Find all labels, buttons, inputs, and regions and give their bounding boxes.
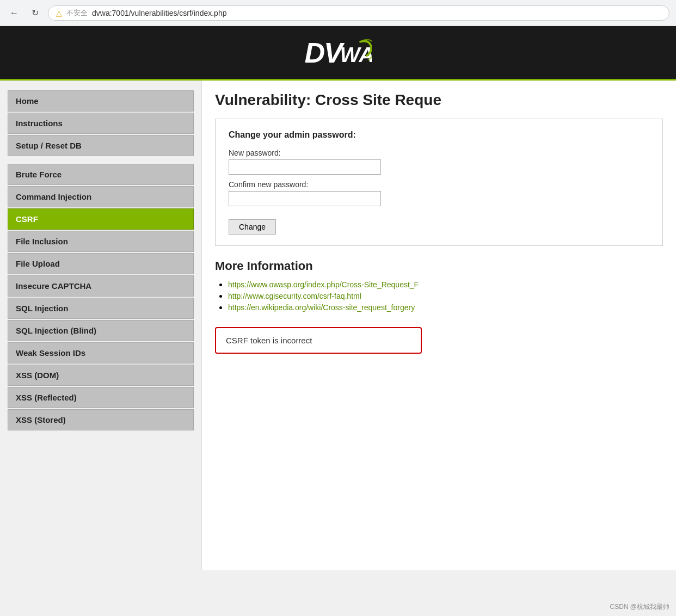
sidebar-item-file-upload[interactable]: File Upload (8, 253, 194, 274)
more-info-heading: More Information (215, 259, 663, 273)
url-text: dvwa:7001/vulnerabilities/csrf/index.php (92, 9, 226, 17)
confirm-password-input[interactable] (229, 191, 381, 206)
owasp-link[interactable]: https://www.owasp.org/index.php/Cross-Si… (228, 280, 419, 289)
back-button[interactable]: ← (7, 5, 22, 21)
form-heading: Change your admin password: (229, 130, 649, 140)
sidebar-item-sql-injection[interactable]: SQL Injection (8, 298, 194, 319)
dvwa-logo: DV WA (304, 36, 371, 69)
list-item: https://en.wikipedia.org/wiki/Cross-site… (228, 303, 663, 312)
site-header: DV WA (0, 26, 676, 81)
wikipedia-link[interactable]: https://en.wikipedia.org/wiki/Cross-site… (228, 303, 415, 312)
warning-icon: △ (56, 9, 62, 17)
confirm-password-label: Confirm new password: (229, 180, 649, 189)
address-bar[interactable]: △ 不安全 dvwa:7001/vulnerabilities/csrf/ind… (48, 5, 669, 21)
more-info-section: More Information https://www.owasp.org/i… (215, 259, 663, 312)
new-password-input[interactable] (229, 159, 381, 175)
list-item: https://www.owasp.org/index.php/Cross-Si… (228, 280, 663, 289)
more-info-links: https://www.owasp.org/index.php/Cross-Si… (215, 280, 663, 312)
change-password-form: Change your admin password: New password… (215, 119, 663, 246)
browser-chrome: ← ↻ △ 不安全 dvwa:7001/vulnerabilities/csrf… (0, 0, 676, 26)
main-container: Home Instructions Setup / Reset DB Brute… (0, 81, 676, 570)
sidebar-item-file-inclusion[interactable]: File Inclusion (8, 231, 194, 252)
list-item: http://www.cgisecurity.com/csrf-faq.html (228, 291, 663, 300)
sidebar-item-sql-injection-blind[interactable]: SQL Injection (Blind) (8, 320, 194, 341)
sidebar-item-xss-dom[interactable]: XSS (DOM) (8, 365, 194, 386)
new-password-label: New password: (229, 149, 649, 157)
sidebar-item-brute-force[interactable]: Brute Force (8, 164, 194, 185)
error-message: CSRF token is incorrect (226, 336, 312, 345)
insecure-label: 不安全 (66, 8, 88, 18)
sidebar-item-weak-session[interactable]: Weak Session IDs (8, 342, 194, 364)
sidebar-item-home[interactable]: Home (8, 90, 194, 112)
sidebar-item-command-injection[interactable]: Command Injection (8, 186, 194, 207)
sidebar: Home Instructions Setup / Reset DB Brute… (0, 81, 201, 570)
logo-text: DV (304, 36, 341, 69)
csrf-error-box: CSRF token is incorrect (215, 327, 422, 354)
content-area: Vulnerability: Cross Site Reque Change y… (201, 81, 676, 570)
cgisecurity-link[interactable]: http://www.cgisecurity.com/csrf-faq.html (228, 292, 361, 300)
sidebar-item-xss-stored[interactable]: XSS (Stored) (8, 409, 194, 430)
reload-button[interactable]: ↻ (27, 5, 42, 21)
confirm-password-group: Confirm new password: (229, 180, 649, 206)
page-title: Vulnerability: Cross Site Reque (215, 91, 663, 109)
change-button[interactable]: Change (229, 219, 276, 235)
sidebar-item-csrf[interactable]: CSRF (8, 208, 194, 230)
new-password-group: New password: (229, 149, 649, 175)
sidebar-item-xss-reflected[interactable]: XSS (Reflected) (8, 387, 194, 408)
sidebar-item-setup-reset[interactable]: Setup / Reset DB (8, 135, 194, 156)
sidebar-item-instructions[interactable]: Instructions (8, 113, 194, 134)
logo-arc-icon: WA (339, 36, 372, 69)
sidebar-item-insecure-captcha[interactable]: Insecure CAPTCHA (8, 275, 194, 297)
